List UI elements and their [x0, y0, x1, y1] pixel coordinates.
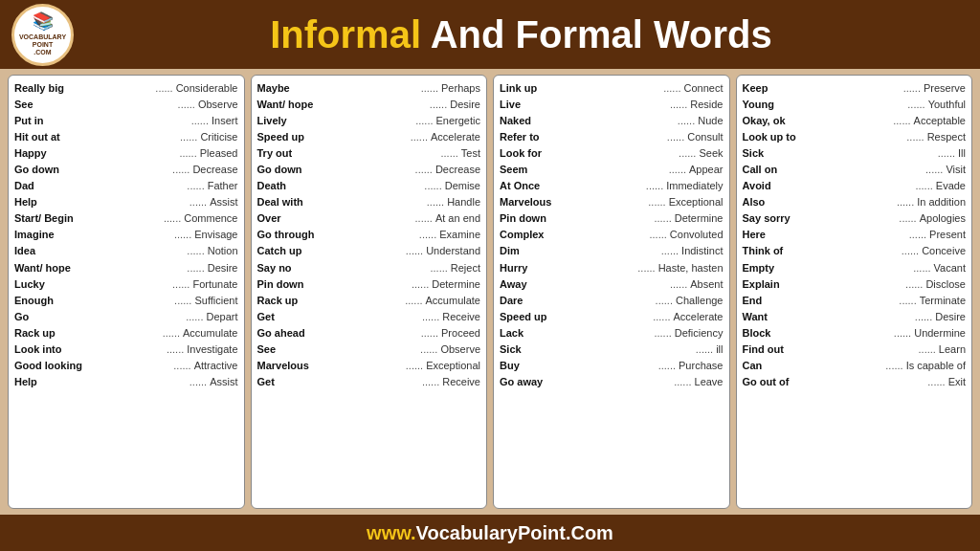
word-pair: Happy ......Pleased: [14, 145, 238, 162]
formal-word: Attractive: [194, 358, 238, 374]
informal-word: Marvelous: [257, 358, 309, 374]
formal-word: Determine: [675, 210, 724, 227]
dots: ......: [303, 276, 432, 293]
informal-word: Death: [257, 178, 287, 194]
informal-word: Help: [14, 374, 37, 390]
dots: ......: [527, 276, 691, 293]
word-pair: See ......Observe: [257, 342, 481, 358]
word-pair: Pin down ......Determine: [257, 276, 481, 293]
word-pair: Death ......Demise: [257, 178, 481, 194]
dots: ......: [783, 243, 922, 259]
informal-word: Pin down: [500, 210, 546, 227]
informal-word: Try out: [257, 145, 293, 162]
title-rest: And Formal Words: [431, 13, 772, 55]
informal-word: Go down: [257, 162, 302, 178]
formal-word: Deficiency: [675, 325, 724, 342]
informal-word: Maybe: [257, 80, 290, 97]
informal-word: Go out of: [743, 374, 790, 390]
informal-word: Okay, ok: [743, 113, 786, 129]
informal-word: Speed up: [500, 309, 547, 325]
word-pair: Speed up ......Accelerate: [500, 309, 724, 325]
informal-word: Idea: [14, 243, 35, 259]
formal-word: Reject: [451, 260, 480, 276]
word-pair: Speed up ......Accelerate: [257, 129, 481, 145]
word-pair: Hurry ......Haste, hasten: [500, 260, 724, 276]
word-pair: Go ahead ......Proceed: [257, 325, 481, 342]
formal-word: Commence: [184, 210, 237, 227]
word-pair: Avoid ......Evade: [743, 178, 967, 194]
word-pair: See ......Observe: [14, 97, 238, 113]
word-pair: Call on ......Visit: [743, 162, 967, 178]
formal-word: Connect: [684, 80, 724, 97]
formal-word: Preserve: [924, 80, 966, 97]
informal-word: Can: [743, 358, 763, 374]
dots: ......: [527, 162, 689, 178]
word-pair: Also ......In addition: [743, 194, 967, 210]
word-pair: Here ......Present: [743, 227, 967, 243]
dots: ......: [276, 342, 440, 358]
formal-word: Conceive: [922, 243, 966, 259]
page-header: 📚 VOCABULARYPOINT.COM Informal And Forma…: [0, 0, 980, 69]
word-pair: Complex ......Convoluted: [500, 227, 724, 243]
column-4: Keep ......PreserveYoung ......YouthfulO…: [736, 75, 973, 509]
formal-word: Sufficient: [194, 293, 237, 309]
informal-word: Link up: [500, 80, 537, 97]
informal-word: Catch up: [257, 243, 302, 259]
formal-word: Desire: [208, 260, 238, 276]
formal-word: Purchase: [679, 358, 723, 374]
word-pair: Go through ......Examine: [257, 227, 481, 243]
word-pair: Live ......Reside: [500, 97, 724, 113]
word-pair: Say no ......Reject: [257, 260, 481, 276]
dots: ......: [527, 260, 657, 276]
informal-word: Empty: [743, 260, 775, 276]
informal-word: Put in: [14, 113, 44, 129]
informal-word: Say no: [257, 260, 292, 276]
formal-word: Fortunate: [192, 276, 237, 293]
dots: ......: [540, 178, 666, 194]
formal-word: Accelerate: [431, 129, 480, 145]
formal-word: Perhaps: [441, 80, 480, 97]
dots: ......: [33, 97, 198, 113]
word-pair: Want/ hope ......Desire: [257, 97, 481, 113]
word-pair: Help ......Assist: [14, 194, 238, 210]
informal-word: Rack up: [257, 293, 299, 309]
word-pair: Imagine ......Envisage: [14, 227, 238, 243]
formal-word: Assist: [210, 194, 237, 210]
informal-word: See: [257, 342, 277, 358]
informal-word: Want: [743, 309, 768, 325]
informal-word: Help: [14, 194, 37, 210]
dots: ......: [298, 293, 425, 309]
formal-word: Pleased: [200, 145, 238, 162]
informal-word: Enough: [14, 293, 54, 309]
informal-word: Happy: [14, 145, 47, 162]
formal-word: Receive: [442, 309, 480, 325]
dots: ......: [37, 374, 210, 390]
dots: ......: [540, 129, 688, 145]
dots: ......: [59, 162, 192, 178]
informal-word: Get: [257, 309, 275, 325]
word-pair: Look into ......Investigate: [14, 342, 238, 358]
word-pair: Dare ......Challenge: [500, 293, 724, 309]
formal-word: Proceed: [441, 325, 480, 342]
dots: ......: [547, 309, 674, 325]
informal-word: Over: [257, 210, 281, 227]
word-pair: Enough ......Sufficient: [14, 293, 238, 309]
formal-word: Father: [208, 178, 238, 194]
formal-word: At an end: [435, 210, 480, 227]
formal-word: Investigate: [187, 342, 237, 358]
formal-word: Accumulate: [426, 293, 480, 309]
informal-word: Really big: [14, 80, 64, 97]
word-pair: Look up to ......Respect: [743, 129, 967, 145]
word-pair: Okay, ok ......Acceptable: [743, 113, 967, 129]
dots: ......: [292, 260, 451, 276]
word-pair: Good looking ......Attractive: [14, 358, 238, 374]
formal-word: Handle: [447, 194, 480, 210]
word-pair: At Once ......Immediately: [500, 178, 724, 194]
word-pair: Maybe ......Perhaps: [257, 80, 481, 97]
dots: ......: [55, 227, 195, 243]
formal-word: Accelerate: [674, 309, 724, 325]
word-pair: Dim ......Indistinct: [500, 243, 724, 259]
formal-word: Terminate: [920, 293, 966, 309]
informal-word: Lively: [257, 113, 287, 129]
dots: ......: [281, 210, 435, 227]
